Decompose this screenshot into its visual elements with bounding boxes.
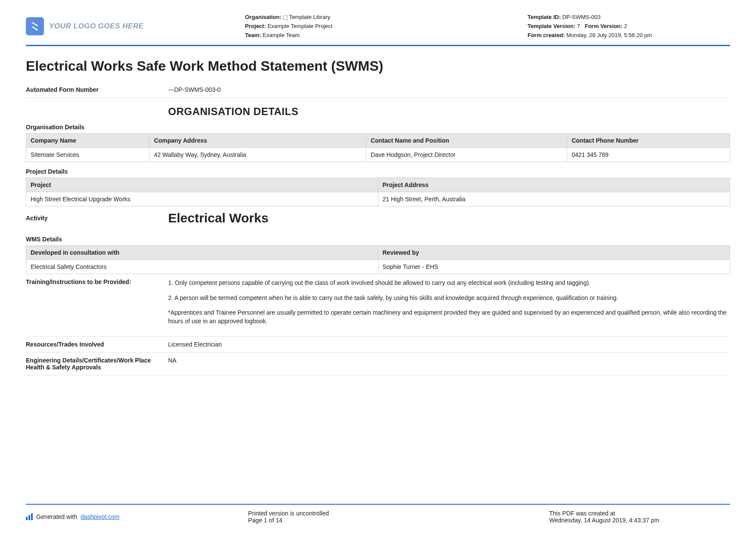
- org-details-table: Company Name Company Address Contact Nam…: [26, 133, 730, 162]
- document-title: Electrical Works Safe Work Method Statem…: [26, 58, 730, 74]
- project-label: Project:: [245, 23, 266, 29]
- created-value: Wednesday, 14 August 2019, 4:43:37 pm: [549, 517, 730, 524]
- th-project-address: Project Address: [378, 178, 730, 192]
- logo-placeholder-text: YOUR LOGO GOES HERE: [49, 22, 144, 31]
- page-number: Page 1 of 14: [248, 517, 421, 524]
- wms-details-table: Developed in consultation with Reviewed …: [26, 245, 730, 274]
- th-reviewed: Reviewed by: [378, 246, 730, 260]
- footer-right: This PDF was created at Wednesday, 14 Au…: [549, 510, 730, 524]
- training-p3: *Apprentices and Trainee Personnel are u…: [168, 308, 730, 326]
- training-p1: 1. Only competent persons capable of car…: [168, 278, 730, 287]
- footer-mid: Printed version is uncontrolled Page 1 o…: [248, 510, 421, 524]
- project-details-table: Project Project Address High Street Elec…: [26, 178, 730, 206]
- project-details-subhead: Project Details: [26, 168, 730, 175]
- training-p2: 2. A person will be termed competent whe…: [168, 294, 730, 302]
- template-id-value: DP-SWMS-003: [562, 14, 601, 20]
- th-contact-phone: Contact Phone Number: [567, 134, 730, 148]
- header-meta-right: Template ID: DP-SWMS-003 Template Versio…: [528, 13, 730, 40]
- template-id-label: Template ID:: [528, 14, 561, 20]
- form-created-value: Monday, 29 July 2019, 5:56:20 pm: [566, 32, 652, 38]
- td-company-address: 42 Wallaby Way, Sydney, Australia: [150, 148, 366, 162]
- th-company-address: Company Address: [150, 134, 366, 148]
- activity-label: Activity: [26, 215, 168, 222]
- activity-row: Activity Electrical Works: [26, 206, 730, 230]
- organisation-label: Organisation:: [245, 14, 282, 20]
- td-project-address: 21 High Street, Perth, Australia: [378, 192, 730, 206]
- table-row: High Street Electrical Upgrade Works 21 …: [26, 192, 730, 206]
- created-label: This PDF was created at: [549, 510, 730, 517]
- training-label: Training/Instructions to be Provided:: [26, 278, 168, 331]
- training-value: 1. Only competent persons capable of car…: [168, 278, 730, 331]
- form-version-value: 2: [624, 23, 627, 29]
- header-meta-left: Organisation: Template Library Project: …: [245, 13, 426, 40]
- section-title-organisation: ORGANISATION DETAILS: [26, 106, 730, 118]
- table-row: Electrical Safety Contractors Sophie Tur…: [26, 260, 730, 274]
- form-number-row: Automated Form Number ---DP-SWMS-003-0: [26, 82, 730, 98]
- resources-label: Resources/Trades Involved: [26, 341, 168, 348]
- project-value: Example Template Project: [268, 23, 333, 29]
- engineering-row: Engineering Details/Certificates/Work Pl…: [26, 353, 730, 375]
- td-contact-name: Dave Hodgson, Project Director: [366, 148, 567, 162]
- logo-icon: [26, 17, 44, 35]
- td-contact-phone: 0421 345 789: [567, 148, 730, 162]
- checkbox-icon: [283, 16, 287, 20]
- th-project: Project: [26, 178, 378, 192]
- th-developed: Developed in consultation with: [26, 246, 378, 260]
- engineering-value: NA: [168, 357, 730, 371]
- td-reviewed: Sophie Turner - EHS: [378, 260, 730, 274]
- resources-row: Resources/Trades Involved Licensed Elect…: [26, 337, 730, 353]
- td-company-name: Sitemate Services: [26, 148, 150, 162]
- bar-chart-icon: [26, 513, 33, 520]
- form-version-label: Form Version:: [585, 23, 622, 29]
- activity-value: Electrical Works: [168, 211, 730, 225]
- generated-prefix: Generated with: [36, 513, 77, 520]
- td-developed: Electrical Safety Contractors: [26, 260, 378, 274]
- team-label: Team:: [245, 32, 261, 38]
- form-number-label: Automated Form Number: [26, 86, 168, 93]
- footer-left: Generated with dashpivot.com: [26, 510, 119, 524]
- table-row: Sitemate Services 42 Wallaby Way, Sydney…: [26, 148, 730, 162]
- engineering-label: Engineering Details/Certificates/Work Pl…: [26, 357, 168, 371]
- template-version-value: 7: [577, 23, 580, 29]
- team-value: Example Team: [263, 32, 300, 38]
- org-details-subhead: Organisation Details: [26, 124, 730, 131]
- td-project: High Street Electrical Upgrade Works: [26, 192, 378, 206]
- page-header: YOUR LOGO GOES HERE Organisation: Templa…: [26, 13, 730, 46]
- table-header-row: Company Name Company Address Contact Nam…: [26, 134, 730, 148]
- header-logo-area: YOUR LOGO GOES HERE: [26, 13, 144, 40]
- dashpivot-link[interactable]: dashpivot.com: [81, 513, 119, 520]
- template-version-label: Template Version:: [528, 23, 575, 29]
- table-header-row: Developed in consultation with Reviewed …: [26, 246, 730, 260]
- table-header-row: Project Project Address: [26, 178, 730, 192]
- form-created-label: Form created:: [528, 32, 565, 38]
- training-row: Training/Instructions to be Provided: 1.…: [26, 274, 730, 336]
- form-number-value: ---DP-SWMS-003-0: [168, 86, 730, 93]
- organisation-value: Template Library: [289, 14, 330, 20]
- printed-uncontrolled: Printed version is uncontrolled: [248, 510, 421, 517]
- th-contact-name: Contact Name and Position: [366, 134, 567, 148]
- wms-details-subhead: WMS Details: [26, 236, 730, 243]
- resources-value: Licensed Electrician: [168, 341, 730, 348]
- th-company-name: Company Name: [26, 134, 150, 148]
- page-footer: Generated with dashpivot.com Printed ver…: [26, 504, 730, 524]
